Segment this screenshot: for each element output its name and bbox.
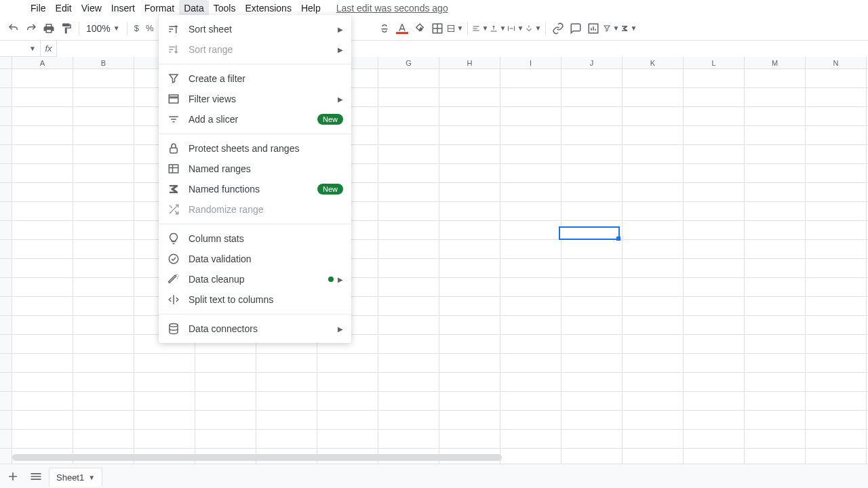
cell[interactable] bbox=[195, 430, 256, 448]
paint-format-button[interactable] bbox=[58, 20, 75, 37]
cell[interactable] bbox=[684, 316, 745, 334]
cell[interactable] bbox=[500, 259, 561, 277]
cell[interactable] bbox=[623, 259, 684, 277]
menu-item-column-stats[interactable]: Column stats bbox=[159, 228, 351, 249]
cell[interactable] bbox=[500, 88, 561, 106]
cell[interactable] bbox=[623, 411, 684, 429]
horizontal-scrollbar[interactable] bbox=[12, 454, 856, 461]
cell[interactable] bbox=[745, 69, 806, 87]
strikethrough-button[interactable] bbox=[376, 20, 393, 37]
cell[interactable] bbox=[684, 335, 745, 353]
cell[interactable] bbox=[561, 183, 623, 201]
cell[interactable] bbox=[500, 126, 561, 144]
zoom-select[interactable]: 100%▼ bbox=[83, 23, 123, 34]
cell[interactable] bbox=[378, 107, 439, 125]
cell[interactable] bbox=[12, 145, 73, 163]
cell[interactable] bbox=[500, 107, 561, 125]
cell[interactable] bbox=[623, 107, 684, 125]
cell[interactable] bbox=[684, 430, 745, 448]
cell[interactable] bbox=[439, 202, 500, 220]
cell[interactable] bbox=[623, 335, 684, 353]
cell[interactable] bbox=[806, 107, 867, 125]
cell[interactable] bbox=[806, 240, 867, 258]
cell[interactable] bbox=[378, 221, 439, 239]
row-header[interactable] bbox=[0, 221, 12, 239]
menu-data[interactable]: Data bbox=[179, 0, 209, 16]
cell[interactable] bbox=[500, 164, 561, 182]
borders-button[interactable] bbox=[429, 20, 446, 37]
cell[interactable] bbox=[745, 88, 806, 106]
menu-item-data-cleanup[interactable]: Data cleanup▶ bbox=[159, 269, 351, 289]
cell[interactable] bbox=[12, 202, 73, 220]
cell[interactable] bbox=[806, 145, 867, 163]
sheet-tab[interactable]: Sheet1 ▼ bbox=[49, 468, 102, 487]
cell[interactable] bbox=[500, 202, 561, 220]
cell[interactable] bbox=[500, 354, 561, 372]
cell[interactable] bbox=[623, 69, 684, 87]
cell[interactable] bbox=[12, 278, 73, 296]
cell[interactable] bbox=[73, 88, 134, 106]
cell[interactable] bbox=[806, 202, 867, 220]
cell[interactable] bbox=[684, 411, 745, 429]
name-box[interactable]: ▼ bbox=[0, 41, 41, 57]
menu-help[interactable]: Help bbox=[296, 0, 326, 16]
menu-edit[interactable]: Edit bbox=[51, 0, 77, 16]
cell[interactable] bbox=[806, 316, 867, 334]
cell[interactable] bbox=[745, 297, 806, 315]
cell[interactable] bbox=[439, 373, 500, 391]
row-header[interactable] bbox=[0, 164, 12, 182]
cell[interactable] bbox=[623, 240, 684, 258]
spreadsheet-grid[interactable]: ABCDEFGHIJKLMN bbox=[0, 57, 868, 487]
cell[interactable] bbox=[745, 221, 806, 239]
menu-item-add-a-slicer[interactable]: Add a slicerNew bbox=[159, 109, 351, 129]
all-sheets-button[interactable] bbox=[26, 466, 46, 487]
cell[interactable] bbox=[439, 107, 500, 125]
row-header[interactable] bbox=[0, 145, 12, 163]
menu-item-named-ranges[interactable]: Named ranges bbox=[159, 159, 351, 179]
cell[interactable] bbox=[378, 88, 439, 106]
comment-button[interactable] bbox=[568, 20, 584, 37]
filter-button[interactable]: ▼ bbox=[603, 20, 619, 37]
cell[interactable] bbox=[806, 354, 867, 372]
cell[interactable] bbox=[12, 107, 73, 125]
cell[interactable] bbox=[745, 164, 806, 182]
chart-button[interactable] bbox=[585, 20, 601, 37]
cell[interactable] bbox=[317, 411, 378, 429]
cell[interactable] bbox=[439, 316, 500, 334]
cell[interactable] bbox=[439, 430, 500, 448]
cell[interactable] bbox=[806, 297, 867, 315]
cell[interactable] bbox=[378, 430, 439, 448]
row-header[interactable] bbox=[0, 354, 12, 372]
cell[interactable] bbox=[623, 183, 684, 201]
menu-tools[interactable]: Tools bbox=[209, 0, 241, 16]
cell[interactable] bbox=[745, 411, 806, 429]
cell[interactable] bbox=[73, 126, 134, 144]
cell[interactable] bbox=[73, 392, 134, 410]
cell[interactable] bbox=[561, 297, 623, 315]
cell[interactable] bbox=[500, 316, 561, 334]
merge-button[interactable]: ▼ bbox=[447, 20, 463, 37]
row-header[interactable] bbox=[0, 183, 12, 201]
cell[interactable] bbox=[12, 297, 73, 315]
cell[interactable] bbox=[378, 392, 439, 410]
functions-button[interactable]: ▼ bbox=[620, 20, 637, 37]
menu-item-named-functions[interactable]: Named functionsNew bbox=[159, 179, 351, 199]
menu-extensions[interactable]: Extensions bbox=[240, 0, 296, 16]
column-header[interactable]: N bbox=[806, 57, 867, 68]
cell[interactable] bbox=[500, 145, 561, 163]
cell[interactable] bbox=[561, 373, 623, 391]
cell[interactable] bbox=[12, 430, 73, 448]
cell[interactable] bbox=[378, 69, 439, 87]
cell[interactable] bbox=[195, 411, 256, 429]
cell[interactable] bbox=[684, 221, 745, 239]
cell[interactable] bbox=[12, 183, 73, 201]
text-color-button[interactable] bbox=[394, 20, 410, 37]
cell[interactable] bbox=[12, 69, 73, 87]
cell[interactable] bbox=[745, 392, 806, 410]
undo-button[interactable] bbox=[5, 20, 22, 37]
cell[interactable] bbox=[73, 259, 134, 277]
cell[interactable] bbox=[561, 126, 623, 144]
cell[interactable] bbox=[500, 69, 561, 87]
cell[interactable] bbox=[745, 259, 806, 277]
cell[interactable] bbox=[12, 126, 73, 144]
